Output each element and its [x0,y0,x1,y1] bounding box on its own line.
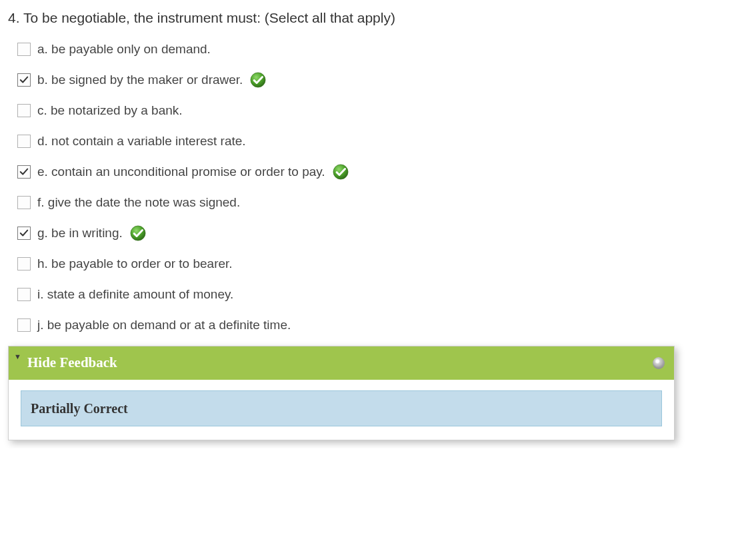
question-number: 4. [8,10,20,25]
correct-icon [332,163,349,181]
option-label: a. be payable only on demand. [37,41,211,59]
collapse-arrow-icon: ▼ [14,352,21,362]
option-row: f. give the date the note was signed. [17,193,675,213]
correct-badge [249,71,267,89]
option-row: g. be in writing. [17,223,675,243]
checkbox[interactable] [17,73,31,87]
correct-badge [129,225,147,242]
option-label: i. state a definite amount of money. [37,286,233,304]
option-row: c. be notarized by a bank. [17,101,675,121]
option-label: e. contain an unconditional promise or o… [37,163,325,181]
checkbox[interactable] [17,43,31,56]
option-row: j. be payable on demand or at a definite… [17,315,675,335]
question-container: 4. To be negotiable, the instrument must… [8,8,675,440]
options-list: a. be payable only on demand.b. be signe… [17,39,675,335]
option-row: h. be payable to order or to bearer. [17,254,675,274]
checkbox[interactable] [17,196,31,209]
svg-point-2 [131,226,145,241]
option-label: d. not contain a variable interest rate. [37,133,246,151]
correct-badge [332,163,349,181]
feedback-result: Partially Correct [21,390,662,426]
checkbox[interactable] [17,165,31,179]
option-row: e. contain an unconditional promise or o… [17,162,675,182]
option-label: j. be payable on demand or at a definite… [37,316,291,334]
option-label: f. give the date the note was signed. [37,194,240,212]
option-row: a. be payable only on demand. [17,39,675,59]
option-label: h. be payable to order or to bearer. [37,255,233,273]
option-row: i. state a definite amount of money. [17,284,675,304]
checkbox[interactable] [17,135,31,148]
option-label: b. be signed by the maker or drawer. [37,71,243,89]
correct-icon [129,225,147,242]
feedback-header-label: Hide Feedback [27,353,117,372]
correct-icon [249,71,267,89]
checkbox[interactable] [17,318,31,332]
checkbox[interactable] [17,104,31,117]
option-label: c. be notarized by a bank. [37,102,183,120]
checkbox[interactable] [17,227,31,240]
checkmark-icon [19,229,29,238]
checkbox[interactable] [17,288,31,301]
feedback-header[interactable]: ▼ Hide Feedback [9,346,674,379]
option-row: b. be signed by the maker or drawer. [17,70,675,90]
question-text: 4. To be negotiable, the instrument must… [8,8,675,27]
option-row: d. not contain a variable interest rate. [17,131,675,151]
feedback-body: Partially Correct [9,380,674,440]
checkmark-icon [19,167,29,177]
svg-point-0 [251,73,265,87]
spinner-icon [653,357,665,369]
checkbox[interactable] [17,257,31,270]
checkmark-icon [19,75,29,85]
option-label: g. be in writing. [37,225,123,243]
question-prompt: To be negotiable, the instrument must: (… [23,10,395,25]
feedback-panel: ▼ Hide Feedback Partially Correct [8,346,675,440]
svg-point-1 [333,165,348,179]
